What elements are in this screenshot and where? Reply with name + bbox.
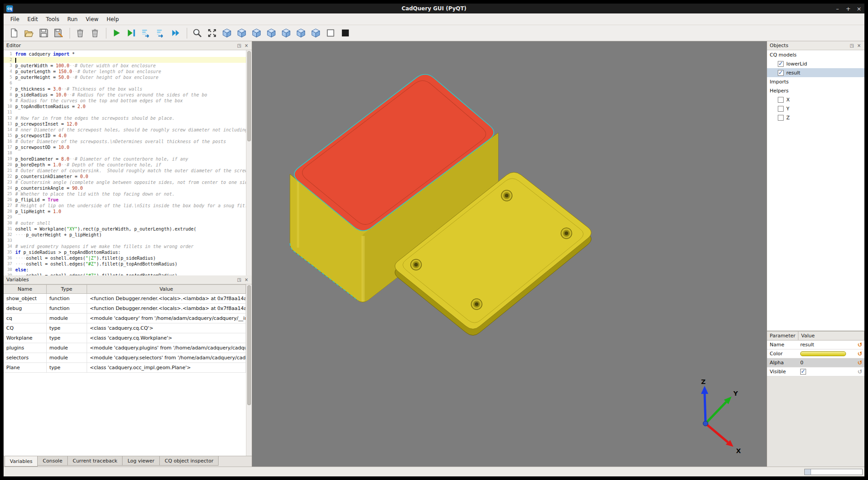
close-panel-icon[interactable]: × xyxy=(243,276,250,283)
editor-scrollbar-thumb[interactable] xyxy=(247,51,251,141)
save-script-icon[interactable] xyxy=(37,26,50,40)
code-line[interactable]: 30# outer shell xyxy=(4,220,246,226)
tree-group-helpers[interactable]: Helpers xyxy=(767,86,864,95)
render-icon[interactable] xyxy=(110,26,123,40)
reset-value-icon[interactable]: ↺ xyxy=(855,368,864,375)
save-as-script-icon[interactable] xyxy=(52,26,65,40)
code-line[interactable]: 5p_outerHeight = 50.0··# Outer height of… xyxy=(4,74,246,80)
editor-body[interactable]: 1from cadquery import *23p_outerWidth = … xyxy=(4,50,252,275)
table-row[interactable]: selectorsmodule<module 'cadquery.selecto… xyxy=(4,353,246,363)
code-line[interactable]: 25# Whether to place the lid with the to… xyxy=(4,191,246,197)
code-line[interactable]: 1from cadquery import * xyxy=(4,51,246,57)
code-line[interactable]: 2 xyxy=(4,57,246,63)
wireframe-view-icon[interactable] xyxy=(324,26,337,40)
param-value[interactable]: 0 xyxy=(798,360,855,366)
code-line[interactable]: 27# Height of lip on the underside of th… xyxy=(4,203,246,209)
code-line[interactable]: 19p_boreDiameter = 8.0··# Diameter of th… xyxy=(4,156,246,162)
debug-icon[interactable] xyxy=(124,26,138,40)
open-script-icon[interactable] xyxy=(22,26,35,40)
step-next-icon[interactable] xyxy=(154,26,167,40)
code-line[interactable]: 34# weird geometry happens if we make th… xyxy=(4,244,246,249)
menu-item-view[interactable]: View xyxy=(82,15,102,24)
code-line[interactable]: 6 xyxy=(4,80,246,86)
checkbox[interactable] xyxy=(778,115,784,121)
code-line[interactable]: 37····oshell = oshell.edges("#Z").fillet… xyxy=(4,261,246,267)
tab-console[interactable]: Console xyxy=(37,456,68,466)
title-bar[interactable]: cq CadQuery GUI (PyQT) – + × xyxy=(4,4,864,13)
column-header-value[interactable]: Value xyxy=(798,331,864,340)
bottom-view-icon[interactable] xyxy=(309,26,322,40)
zoom-icon[interactable] xyxy=(190,26,204,40)
table-row[interactable]: show_objectfunction<function Debugger.re… xyxy=(4,294,246,304)
menu-item-help[interactable]: Help xyxy=(102,15,123,24)
iso-view-icon[interactable] xyxy=(220,26,233,40)
code-line[interactable]: 20p_boreDepth = 1.0··# Depth of the coun… xyxy=(4,162,246,168)
shaded-view-icon[interactable] xyxy=(338,26,352,40)
code-line[interactable]: 12# How far in from the edges the screwp… xyxy=(4,115,246,121)
back-view-icon[interactable] xyxy=(250,26,263,40)
code-line[interactable]: 35if p_sideRadius > p_topAndBottomRadius… xyxy=(4,249,246,255)
code-line[interactable]: 26p_flipLid = True xyxy=(4,197,246,203)
top-view-icon[interactable] xyxy=(294,26,307,40)
tree-item-z[interactable]: Z xyxy=(767,113,864,122)
column-header-type[interactable]: Type xyxy=(47,284,87,294)
checkbox[interactable] xyxy=(778,70,784,76)
column-header-name[interactable]: Name xyxy=(4,284,47,294)
menu-item-tools[interactable]: Tools xyxy=(42,15,63,24)
menu-item-run[interactable]: Run xyxy=(63,15,82,24)
param-value[interactable] xyxy=(798,351,855,356)
column-header-parameter[interactable]: Parameter xyxy=(767,331,798,340)
column-header-value[interactable]: Value xyxy=(87,284,246,294)
checkbox[interactable] xyxy=(778,61,784,67)
code-line[interactable]: 22p_countersinkDiameter = 0.0 xyxy=(4,174,246,179)
maximize-button[interactable]: + xyxy=(843,5,854,12)
code-line[interactable]: 11 xyxy=(4,109,246,115)
code-line[interactable]: 8p_sideRadius = 10.0··# Radius for the c… xyxy=(4,92,246,98)
code-line[interactable]: 15p_screwpostID = 4.0 xyxy=(4,133,246,139)
reset-value-icon[interactable]: ↺ xyxy=(855,359,864,366)
reset-value-icon[interactable]: ↺ xyxy=(855,350,864,357)
code-area[interactable]: 1from cadquery import *23p_outerWidth = … xyxy=(4,51,246,275)
code-line[interactable]: 36····oshell = oshell.edges("|Z").fillet… xyxy=(4,255,246,261)
code-line[interactable]: 10p_topAndBottomRadius = 2.0 xyxy=(4,104,246,109)
checkbox[interactable] xyxy=(778,106,784,112)
continue-icon[interactable] xyxy=(169,26,182,40)
code-line[interactable]: 7p_thickness = 3.0··# Thickness of the b… xyxy=(4,86,246,92)
code-line[interactable]: 24p_countersinkAngle = 90.0 xyxy=(4,185,246,191)
tab-cq-object-inspector[interactable]: CQ object inspector xyxy=(159,456,219,466)
tree-group-cq-models[interactable]: CQ models xyxy=(767,50,864,59)
code-line[interactable]: 13p_screwpostInset = 12.0 xyxy=(4,121,246,127)
checkbox[interactable] xyxy=(800,369,806,375)
reset-value-icon[interactable]: ↺ xyxy=(855,341,864,348)
viewport-canvas[interactable]: Z Y X xyxy=(252,41,767,467)
menu-item-edit[interactable]: Edit xyxy=(23,15,42,24)
code-line[interactable]: 16# Outer Diameter of the screwposts.\nD… xyxy=(4,139,246,144)
code-line[interactable]: 18 xyxy=(4,150,246,156)
menu-item-file[interactable]: File xyxy=(6,15,23,24)
step-icon[interactable] xyxy=(139,26,153,40)
right-view-icon[interactable] xyxy=(279,26,293,40)
viewport-3d[interactable]: Z Y X xyxy=(252,41,767,467)
fit-view-icon[interactable] xyxy=(205,26,219,40)
float-panel-icon[interactable]: ◳ xyxy=(236,276,243,283)
tree-item-y[interactable]: Y xyxy=(767,104,864,113)
tree-item-x[interactable]: X xyxy=(767,95,864,104)
float-panel-icon[interactable]: ◳ xyxy=(236,42,243,49)
code-line[interactable]: 21# Outer diameter of countersink. Shoul… xyxy=(4,168,246,174)
tree-item-result[interactable]: result xyxy=(767,68,864,77)
code-line[interactable]: 32····p_outerHeight + p_lipHeight) xyxy=(4,232,246,238)
left-view-icon[interactable] xyxy=(264,26,278,40)
table-row[interactable]: pluginsmodule<module 'cadquery.plugins' … xyxy=(4,343,246,353)
close-button[interactable]: × xyxy=(854,5,864,12)
code-line[interactable]: 3p_outerWidth = 100.0··# Outer width of … xyxy=(4,63,246,69)
code-line[interactable]: 23# Countersink angle (complete angle be… xyxy=(4,179,246,185)
code-line[interactable]: 9# Radius for the curves on the top and … xyxy=(4,98,246,104)
param-value[interactable] xyxy=(798,369,855,375)
float-panel-icon[interactable]: ◳ xyxy=(848,42,855,49)
code-line[interactable]: 33 xyxy=(4,238,246,244)
code-line[interactable]: 4p_outerLength = 150.0··# Outer length o… xyxy=(4,69,246,74)
tab-log-viewer[interactable]: Log viewer xyxy=(122,456,160,466)
table-row[interactable]: cqmodule<module 'cadquery' from '/home/a… xyxy=(4,314,246,323)
variables-scrollbar[interactable] xyxy=(246,284,252,456)
code-line[interactable]: 14# nner Diameter of the screwpost holes… xyxy=(4,127,246,133)
